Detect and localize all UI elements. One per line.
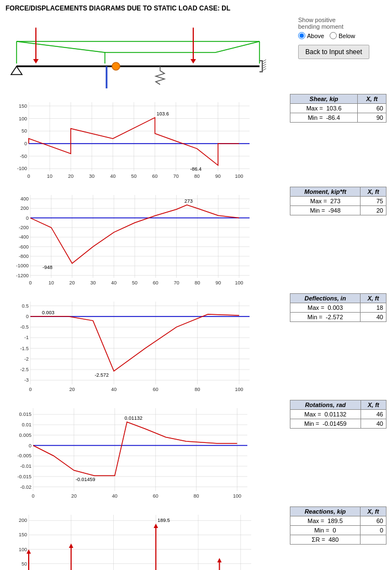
rotation-max-x: 46	[361, 410, 386, 419]
shear-chart-row: Shear, kip X, ft Max = 103.6 60 Min = -8…	[6, 94, 386, 182]
shear-min-x: 90	[358, 113, 386, 123]
shear-chart-container	[6, 94, 285, 182]
beam-diagram	[6, 17, 293, 88]
reactions-min-label: Min = 0	[290, 526, 361, 535]
rotation-chart-container	[6, 400, 285, 502]
deflection-max-x: 18	[361, 303, 386, 313]
moment-table: Moment, kip*ft X, ft Max = 273 75 Min = …	[290, 187, 386, 215]
moment-chart-row: Moment, kip*ft X, ft Max = 273 75 Min = …	[6, 187, 386, 289]
reactions-table-header: Reactions, kip	[290, 507, 361, 516]
deflection-min-x: 40	[361, 313, 386, 322]
controls-panel: Show positivebending moment Above Below …	[293, 17, 386, 59]
reactions-min-x: 0	[360, 526, 386, 535]
reactions-max-x: 60	[360, 516, 386, 526]
radio-below-option[interactable]: Below	[330, 32, 355, 39]
deflection-table-header: Deflections, in	[290, 294, 361, 303]
page-title: FORCE/DISPLACEMENTS DIAGRAMS DUE TO STAT…	[6, 4, 386, 12]
deflection-max-label: Max = 0.003	[290, 303, 361, 313]
reactions-chart-container	[6, 506, 285, 570]
rotation-chart-row: Rotations, rad X, ft Max = 0.01132 46 Mi…	[6, 400, 386, 502]
rotation-max-label: Max = 0.01132	[290, 410, 361, 419]
deflection-x-header: X, ft	[361, 294, 386, 303]
moment-table-container: Moment, kip*ft X, ft Max = 273 75 Min = …	[290, 187, 386, 215]
radio-above-option[interactable]: Above	[298, 32, 324, 39]
radio-below-label: Below	[338, 33, 355, 39]
radio-group: Above Below	[298, 32, 355, 39]
reactions-sum-x	[360, 535, 386, 545]
back-to-input-button[interactable]: Back to Input sheet	[298, 45, 369, 59]
show-positive-label: Show positivebending moment	[298, 17, 343, 30]
shear-max-label: Max = 103.6	[290, 104, 358, 113]
shear-table: Shear, kip X, ft Max = 103.6 60 Min = -8…	[290, 94, 386, 123]
moment-x-header: X, ft	[361, 187, 386, 197]
shear-x-header: X, ft	[358, 94, 386, 104]
rotation-table: Rotations, rad X, ft Max = 0.01132 46 Mi…	[290, 400, 386, 429]
top-section: Show positivebending moment Above Below …	[6, 17, 386, 88]
deflection-min-label: Min = -2.572	[290, 313, 361, 322]
rotation-table-container: Rotations, rad X, ft Max = 0.01132 46 Mi…	[290, 400, 386, 429]
radio-above-input[interactable]	[298, 32, 305, 39]
moment-max-x: 75	[361, 197, 386, 206]
shear-max-x: 60	[358, 104, 386, 113]
deflection-table: Deflections, in X, ft Max = 0.003 18 Min…	[290, 293, 386, 322]
rotation-min-label: Min = -0.01459	[290, 419, 361, 429]
moment-max-label: Max = 273	[290, 197, 361, 206]
rotation-min-x: 40	[361, 419, 386, 429]
reactions-max-label: Max = 189.5	[290, 516, 361, 526]
moment-table-header: Moment, kip*ft	[290, 187, 361, 197]
radio-below-input[interactable]	[330, 32, 337, 39]
moment-chart-container	[6, 187, 285, 289]
deflection-table-container: Deflections, in X, ft Max = 0.003 18 Min…	[290, 293, 386, 322]
moment-min-label: Min = -948	[290, 206, 361, 215]
radio-above-label: Above	[307, 33, 324, 39]
deflection-chart-container	[6, 293, 285, 395]
page-container: FORCE/DISPLACEMENTS DIAGRAMS DUE TO STAT…	[0, 0, 392, 570]
reactions-chart-row: Reactions, kip X, ft Max = 189.5 60 Min …	[6, 506, 386, 570]
reactions-table: Reactions, kip X, ft Max = 189.5 60 Min …	[290, 506, 386, 545]
shear-table-header: Shear, kip	[290, 94, 358, 104]
reactions-table-container: Reactions, kip X, ft Max = 189.5 60 Min …	[290, 506, 386, 545]
moment-min-x: 20	[361, 206, 386, 215]
rotation-x-header: X, ft	[361, 400, 386, 410]
reactions-x-header: X, ft	[360, 507, 386, 516]
rotation-table-header: Rotations, rad	[290, 400, 361, 410]
reactions-sum-label: ΣR = 480	[290, 535, 361, 545]
charts-section: Shear, kip X, ft Max = 103.6 60 Min = -8…	[6, 94, 386, 570]
shear-table-container: Shear, kip X, ft Max = 103.6 60 Min = -8…	[290, 94, 386, 123]
deflection-chart-row: Deflections, in X, ft Max = 0.003 18 Min…	[6, 293, 386, 395]
shear-min-label: Min = -86.4	[290, 113, 358, 123]
